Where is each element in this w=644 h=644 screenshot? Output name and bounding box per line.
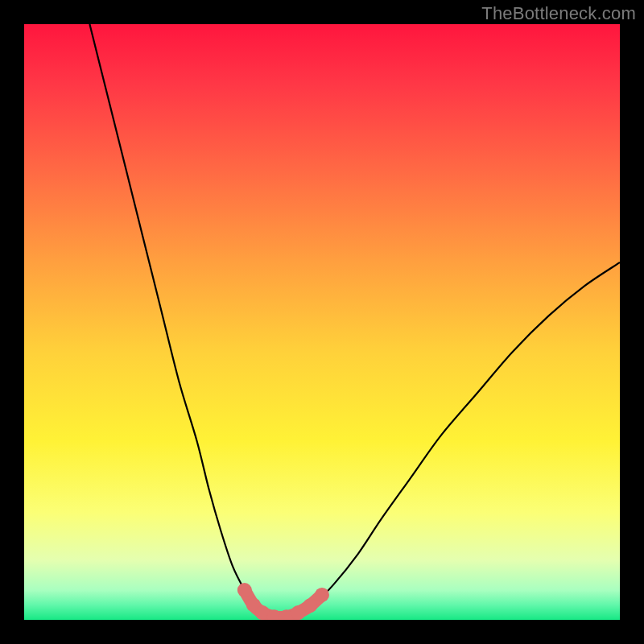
outer-frame: TheBottleneck.com [0,0,644,644]
gradient-background [24,24,620,620]
optimal-point-marker [315,588,329,602]
optimal-point-marker [237,583,252,597]
bottleneck-chart [24,24,620,620]
watermark-text: TheBottleneck.com [481,3,636,24]
optimal-point-marker [303,598,317,613]
